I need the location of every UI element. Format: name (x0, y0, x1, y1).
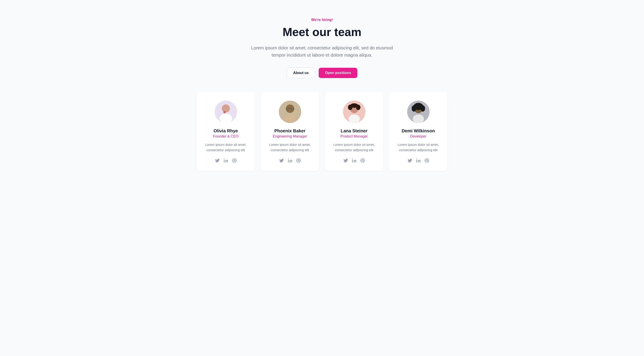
lana-twitter-icon[interactable] (343, 158, 348, 164)
olivia-linkedin-icon[interactable] (224, 158, 228, 164)
demi-name: Demi Wilkinson (402, 128, 435, 134)
lana-social-links (343, 158, 365, 164)
demi-bio: Lorem ipsum dolor sit amet, consectetur … (396, 142, 441, 153)
team-card-phoenix: Phoenix Baker Engineering Manager Lorem … (261, 92, 319, 171)
svg-point-2 (220, 114, 232, 123)
phoenix-role: Engineering Manager (273, 134, 307, 138)
svg-point-26 (420, 105, 425, 112)
phoenix-social-links (279, 158, 301, 164)
team-grid: Olivia Rhye Founder & CEO Lorem ipsum do… (197, 92, 447, 171)
olivia-name: Olivia Rhye (214, 128, 238, 134)
open-positions-button[interactable]: Open positions (319, 68, 357, 78)
phoenix-bio: Lorem ipsum dolor sit amet, consectetur … (267, 142, 312, 153)
team-card-lana: Lana Steiner Product Manager Lorem ipsum… (325, 92, 383, 171)
svg-point-3 (224, 111, 226, 113)
svg-point-12 (288, 158, 289, 160)
lana-role: Product Manager (340, 134, 368, 138)
lana-avatar (343, 101, 366, 123)
olivia-avatar (215, 101, 237, 123)
svg-point-4 (224, 158, 224, 160)
phoenix-avatar (279, 101, 301, 123)
hiring-badge: We're hiring! (244, 18, 400, 22)
olivia-twitter-icon[interactable] (215, 158, 220, 164)
svg-point-1 (222, 104, 230, 112)
demi-linkedin-icon[interactable] (416, 158, 421, 164)
demi-role: Developer (410, 134, 426, 138)
hero-section: We're hiring! Meet our team Lorem ipsum … (244, 18, 400, 78)
lana-name: Lana Steiner (340, 128, 368, 134)
lana-linkedin-icon[interactable] (352, 158, 357, 164)
page-wrapper: We're hiring! Meet our team Lorem ipsum … (188, 0, 456, 194)
lana-dribbble-icon[interactable] (360, 158, 365, 164)
demi-avatar (407, 101, 430, 123)
phoenix-name: Phoenix Baker (274, 128, 306, 134)
olivia-role: Founder & CEO (213, 134, 238, 138)
team-card-demi: Demi Wilkinson Developer Lorem ipsum dol… (389, 92, 447, 171)
olivia-dribbble-icon[interactable] (232, 158, 237, 164)
svg-point-20 (352, 158, 353, 160)
phoenix-twitter-icon[interactable] (279, 158, 284, 164)
phoenix-dribbble-icon[interactable] (296, 158, 301, 164)
hero-title: Meet our team (244, 26, 400, 39)
button-group: About us Open positions (244, 68, 400, 78)
about-us-button[interactable]: About us (287, 68, 315, 78)
demi-dribbble-icon[interactable] (424, 158, 429, 164)
svg-point-28 (416, 158, 417, 160)
phoenix-linkedin-icon[interactable] (288, 158, 292, 164)
hero-description: Lorem ipsum dolor sit amet, consectetur … (244, 44, 400, 58)
demi-social-links (408, 158, 429, 164)
olivia-social-links (215, 158, 237, 164)
lana-bio: Lorem ipsum dolor sit amet, consectetur … (332, 142, 377, 153)
olivia-bio: Lorem ipsum dolor sit amet, consectetur … (203, 142, 248, 153)
demi-twitter-icon[interactable] (408, 158, 412, 164)
svg-point-18 (350, 103, 358, 108)
team-card-olivia: Olivia Rhye Founder & CEO Lorem ipsum do… (197, 92, 255, 171)
svg-point-25 (412, 105, 416, 112)
